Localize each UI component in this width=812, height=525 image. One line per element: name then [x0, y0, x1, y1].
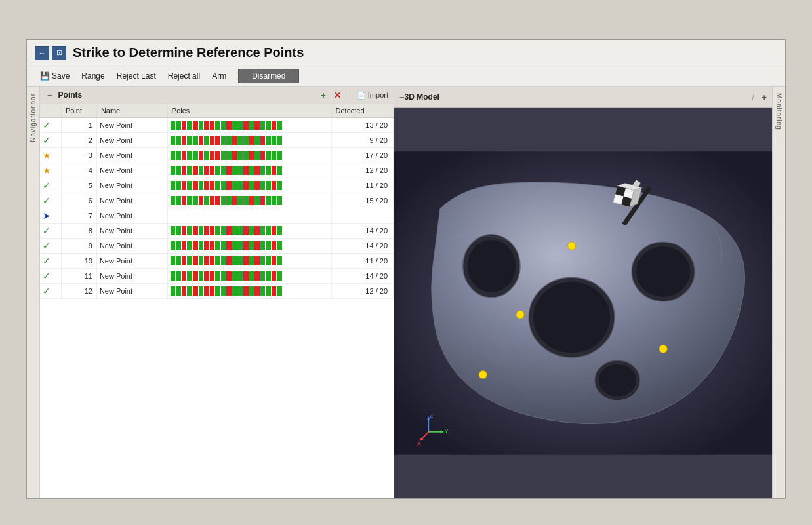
col-point: Point — [61, 104, 96, 118]
pole-segment — [176, 136, 181, 145]
pole-segment — [232, 181, 237, 190]
table-row[interactable]: ✓ 12 New Point 12 / 20 — [40, 284, 394, 299]
pole-segment — [260, 181, 266, 190]
pole-segment — [199, 181, 204, 190]
pole-segment — [272, 166, 277, 175]
pole-segment — [243, 121, 249, 130]
table-row[interactable]: ✓ 9 New Point 14 / 20 — [40, 239, 394, 254]
poles-cell — [167, 163, 331, 178]
table-row[interactable]: ✓ 2 New Point 9 / 20 — [40, 133, 394, 148]
save-icon: 💾 — [40, 71, 50, 81]
pole-segment — [215, 241, 220, 250]
pole-segment — [243, 286, 249, 296]
poles-cell — [167, 269, 331, 284]
point-number-cell: 2 — [61, 133, 96, 148]
table-row[interactable]: ✓ 11 New Point 14 / 20 — [40, 269, 394, 284]
pole-segment — [187, 166, 192, 175]
point-number-cell: 9 — [61, 239, 96, 254]
pole-segment — [254, 151, 260, 160]
svg-point-8 — [599, 364, 637, 397]
pole-segment — [277, 166, 282, 175]
collapse-points-button[interactable]: − — [45, 90, 54, 100]
pole-segment — [187, 136, 192, 145]
points-panel: − Points + ✕ 📄 Import — [40, 87, 394, 498]
pole-segment — [237, 286, 243, 296]
export-button[interactable]: ⊡ — [52, 46, 66, 60]
pole-segment — [176, 286, 181, 296]
pole-segment — [237, 151, 243, 160]
import-button[interactable]: 📄 Import — [357, 91, 388, 100]
svg-text:Y: Y — [445, 428, 449, 435]
poles-bar — [171, 241, 282, 250]
pole-segment — [277, 121, 282, 130]
pole-segment — [204, 256, 209, 265]
save-button[interactable]: 💾 Save — [35, 69, 75, 83]
remove-point-button[interactable]: ✕ — [332, 90, 343, 100]
pole-segment — [182, 196, 187, 205]
point-name-cell: New Point — [96, 118, 167, 133]
pole-segment — [232, 271, 237, 281]
pole-segment — [215, 271, 220, 281]
svg-point-9 — [516, 311, 524, 319]
pole-segment — [266, 151, 271, 160]
status-icon: ✓ — [43, 271, 51, 281]
pole-segment — [182, 181, 187, 190]
status-button[interactable]: Disarmed — [238, 69, 299, 83]
pole-segment — [272, 286, 277, 296]
pole-segment — [226, 286, 232, 296]
pole-segment — [266, 121, 271, 130]
pole-segment — [182, 151, 187, 160]
table-row[interactable]: ✓ 1 New Point 13 / 20 — [40, 118, 394, 133]
table-row[interactable]: ➤ 7 New Point — [40, 208, 394, 224]
status-icon: ✓ — [43, 225, 51, 236]
arm-button[interactable]: Arm — [207, 69, 232, 83]
table-row[interactable]: ★ 4 New Point 12 / 20 — [40, 163, 394, 178]
pole-segment — [199, 121, 204, 130]
poles-bar — [171, 196, 282, 205]
pole-segment — [232, 166, 237, 175]
pole-segment — [182, 256, 187, 265]
pole-segment — [187, 151, 192, 160]
pole-segment — [210, 136, 215, 145]
table-row[interactable]: ✓ 8 New Point 14 / 20 — [40, 224, 394, 239]
pole-segment — [272, 151, 277, 160]
pole-segment — [182, 136, 187, 145]
info-icon[interactable]: i — [750, 90, 757, 104]
reject-last-button[interactable]: Reject Last — [112, 69, 161, 83]
status-icon: ✓ — [43, 135, 51, 146]
pole-segment — [260, 226, 266, 235]
point-number-cell: 4 — [61, 163, 96, 178]
content-area: Navigationbar − Points + ✕ 📄 Import — [27, 87, 785, 498]
add-point-button[interactable]: + — [319, 90, 328, 100]
svg-point-4 — [533, 282, 610, 353]
pole-segment — [237, 271, 243, 281]
pole-segment — [237, 166, 243, 175]
title-bar-icons: ← ⊡ — [35, 46, 66, 60]
detected-cell: 17 / 20 — [331, 148, 393, 163]
back-icon: ← — [39, 49, 46, 57]
add-model-button[interactable]: + — [761, 92, 767, 102]
table-row[interactable]: ✓ 10 New Point 11 / 20 — [40, 254, 394, 269]
status-icon: ✓ — [43, 195, 51, 206]
table-row[interactable]: ★ 3 New Point 17 / 20 — [40, 148, 394, 163]
pole-segment — [171, 181, 176, 190]
pole-segment — [171, 196, 176, 205]
collapse-model-button[interactable]: − — [399, 92, 405, 102]
pole-segment — [260, 166, 266, 175]
pole-segment — [266, 196, 271, 205]
pole-segment — [176, 151, 181, 160]
pole-segment — [215, 286, 220, 296]
range-button[interactable]: Range — [76, 69, 110, 83]
table-row[interactable]: ✓ 6 New Point 15 / 20 — [40, 193, 394, 208]
pole-segment — [221, 166, 226, 175]
pole-segment — [193, 151, 198, 160]
pole-segment — [277, 181, 282, 190]
table-row[interactable]: ✓ 5 New Point 11 / 20 — [40, 178, 394, 193]
status-icon: ★ — [43, 165, 51, 176]
model-viewport[interactable]: N Y — [394, 108, 772, 498]
back-button[interactable]: ← — [35, 46, 49, 60]
status-icon: ✓ — [43, 256, 51, 266]
poles-bar — [171, 226, 282, 235]
reject-all-button[interactable]: Reject all — [163, 69, 205, 83]
status-cell: ✓ — [40, 193, 61, 208]
